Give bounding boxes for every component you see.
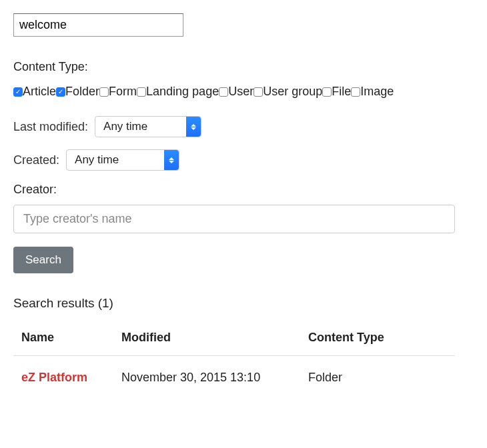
checkbox-label-user-group: User group bbox=[263, 85, 322, 99]
creator-label: Creator: bbox=[13, 183, 474, 197]
checkbox-label-article: Article bbox=[23, 85, 56, 99]
checkbox-user[interactable] bbox=[219, 87, 228, 97]
checkbox-user-group[interactable] bbox=[254, 87, 263, 97]
checkbox-image[interactable] bbox=[351, 87, 360, 97]
results-table: Name Modified Content Type eZ Platform N… bbox=[13, 325, 455, 390]
created-value: Any time bbox=[67, 153, 127, 167]
table-row: eZ Platform November 30, 2015 13:10 Fold… bbox=[13, 356, 455, 391]
search-input[interactable] bbox=[13, 13, 183, 37]
last-modified-label: Last modified: bbox=[13, 120, 88, 134]
checkbox-label-form: Form bbox=[109, 85, 137, 99]
last-modified-value: Any time bbox=[95, 120, 155, 133]
column-header-modified: Modified bbox=[113, 325, 300, 356]
result-content-type: Folder bbox=[300, 356, 455, 391]
checkbox-file[interactable] bbox=[322, 87, 332, 97]
creator-input[interactable] bbox=[13, 205, 455, 233]
column-header-content-type: Content Type bbox=[300, 325, 455, 356]
checkbox-label-landing-page: Landing page bbox=[146, 85, 219, 99]
column-header-name: Name bbox=[13, 325, 113, 356]
checkbox-label-folder: Folder bbox=[65, 85, 99, 99]
checkbox-form[interactable] bbox=[99, 87, 109, 97]
created-select[interactable]: Any time bbox=[66, 149, 179, 171]
content-type-label: Content Type: bbox=[13, 60, 474, 74]
select-stepper-icon bbox=[164, 150, 179, 170]
checkbox-label-user: User bbox=[228, 85, 254, 99]
content-type-checkbox-row: ✓ Article ✓ Folder Form Landing page Use… bbox=[13, 85, 474, 99]
select-stepper-icon bbox=[186, 117, 201, 137]
result-name-link[interactable]: eZ Platform bbox=[13, 356, 113, 391]
checkbox-folder[interactable]: ✓ bbox=[56, 87, 65, 97]
checkbox-article[interactable]: ✓ bbox=[13, 87, 23, 97]
checkbox-label-image: Image bbox=[360, 85, 394, 99]
search-button[interactable]: Search bbox=[13, 247, 73, 273]
created-label: Created: bbox=[13, 153, 59, 167]
checkbox-label-file: File bbox=[332, 85, 351, 99]
result-modified: November 30, 2015 13:10 bbox=[113, 356, 300, 391]
search-results-heading: Search results (1) bbox=[13, 296, 474, 311]
last-modified-select[interactable]: Any time bbox=[95, 116, 201, 137]
checkbox-landing-page[interactable] bbox=[137, 87, 146, 97]
